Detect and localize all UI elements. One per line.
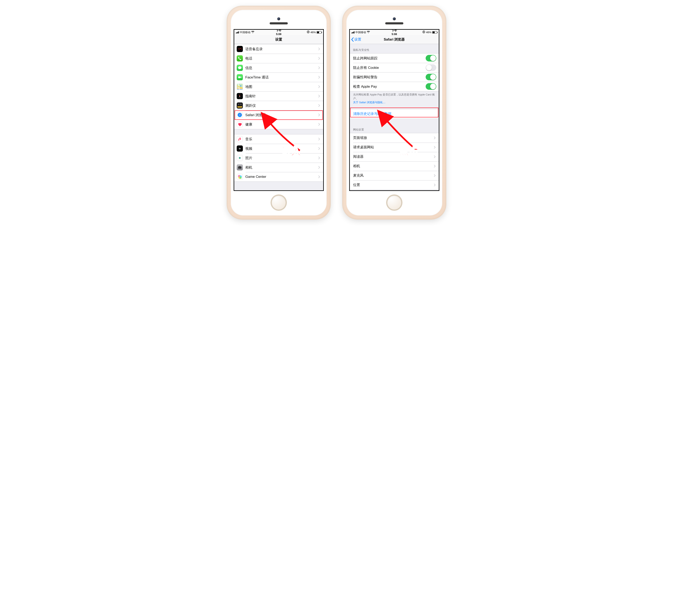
screen-right: 中国移动 下午5:08 46% 设置 [349,29,439,191]
toggle-fraud-warning[interactable] [426,74,436,80]
messages-icon [237,65,243,71]
settings-row-safari[interactable]: Safari 浏览器 [234,110,323,120]
wifi-icon [367,31,370,34]
chevron-right-icon [318,57,321,60]
row-label: 测距仪 [245,103,316,108]
apple-tv-icon: tv [237,145,243,151]
row-label: 地图 [245,84,316,89]
settings-row-game-center[interactable]: Game Center [234,172,323,182]
row-location-perm[interactable]: 位置 [350,180,439,190]
row-label: 页面缩放 [353,135,431,140]
row-label: 阻止所有 Cookie [353,65,423,70]
health-icon [237,121,243,127]
settings-group-apps: 语音备忘录 电话 [234,44,323,129]
front-camera [277,17,280,20]
row-label: 阅读器 [353,154,431,159]
wifi-icon [251,31,254,34]
row-label: 相机 [353,164,431,169]
row-label: 指南针 [245,94,316,98]
top-hardware [234,14,324,28]
phone-inner: 中国移动 下午5:08 46% 设置 [346,10,442,216]
screen-left: 中国移动 下午5:09 46% 设置 [234,29,324,191]
facetime-icon [237,74,243,80]
home-button[interactable] [386,195,402,211]
orientation-lock-icon [307,30,310,34]
row-label: 相机 [245,165,316,170]
chevron-right-icon [318,85,321,88]
front-camera [393,17,396,20]
row-microphone-perm[interactable]: 麦克风 [350,171,439,180]
nav-title: Safari 浏览器 [384,37,405,42]
clock-label: 下午5:09 [276,29,281,36]
row-page-zoom[interactable]: 页面缩放 [350,133,439,142]
chevron-right-icon [318,104,321,107]
signal-bars-icon [236,31,239,33]
chevron-right-icon [434,146,436,149]
svg-point-31 [240,177,242,179]
row-camera-perm[interactable]: 相机 [350,162,439,171]
footer-text: 允许网站检查 Apple Pay 是否已设置，以及您是否拥有 Apple Car… [353,93,435,100]
toggle-block-cross-site[interactable] [426,55,436,61]
battery-icon [432,31,437,34]
svg-rect-27 [239,166,240,167]
row-label: 音乐 [245,137,316,141]
settings-row-measure[interactable]: 测距仪 [234,101,323,110]
toggle-check-apple-pay[interactable] [426,83,436,90]
settings-row-photos[interactable]: 照片 [234,153,323,163]
settings-row-tv[interactable]: tv 视频 [234,144,323,153]
top-speaker [270,22,288,24]
settings-row-messages[interactable]: 信息 [234,63,323,72]
chevron-right-icon [434,174,436,177]
privacy-link[interactable]: 关于 Safari 浏览器与隐私… [353,101,386,104]
nav-title: 设置 [275,37,282,42]
row-reader[interactable]: 阅读器 [350,152,439,162]
photos-icon [237,155,243,161]
row-label: 位置 [353,183,431,187]
group-header-privacy: 隐私与安全性 [350,44,439,53]
settings-row-camera[interactable]: 相机 [234,163,323,172]
group-site-settings: 网站设置 页面缩放 请求桌面网站 阅读器 [350,124,439,190]
chevron-right-icon [434,136,436,139]
home-button[interactable] [271,195,287,211]
row-label: 照片 [245,156,316,161]
row-label: FaceTime 通话 [245,75,316,80]
settings-row-health[interactable]: 健康 [234,120,323,129]
row-block-cross-site[interactable]: 阻止跨网站跟踪 [350,53,439,63]
phone-frame-left: 中国移动 下午5:09 46% 设置 [227,6,330,219]
clock-label: 下午5:08 [392,29,397,36]
settings-row-phone[interactable]: 电话 [234,54,323,63]
row-fraud-warning[interactable]: 欺骗性网站警告 [350,72,439,82]
toggle-block-all-cookies[interactable] [426,64,436,71]
phone-inner: 中国移动 下午5:09 46% 设置 [231,10,327,216]
row-label: 阻止跨网站跟踪 [353,56,423,61]
settings-row-maps[interactable]: 地图 [234,82,323,91]
settings-group-media: 音乐 tv 视频 [234,134,323,182]
row-label: 麦克风 [353,173,431,178]
row-check-apple-pay[interactable]: 检查 Apple Pay [350,82,439,91]
chevron-right-icon [318,76,321,79]
settings-row-facetime[interactable]: FaceTime 通话 [234,72,323,82]
row-request-desktop[interactable]: 请求桌面网站 [350,142,439,152]
chevron-right-icon [318,147,321,150]
settings-row-music[interactable]: 音乐 [234,134,323,144]
svg-rect-1 [238,76,240,78]
chevron-right-icon [434,184,436,187]
row-label: Game Center [245,175,316,179]
clear-history-label: 清除历史记录与网站数据 [353,111,436,116]
row-label: 电话 [245,56,316,61]
phone-frame-right: 中国移动 下午5:08 46% 设置 [343,6,446,219]
top-hardware [349,14,439,28]
status-bar: 中国移动 下午5:08 46% [350,30,439,35]
back-button[interactable]: 设置 [351,35,361,44]
chevron-right-icon [318,113,321,116]
row-block-all-cookies[interactable]: 阻止所有 Cookie [350,63,439,72]
chevron-right-icon [318,175,321,178]
carrier-label: 中国移动 [355,30,366,34]
row-label: 语音备忘录 [245,47,316,51]
settings-row-compass[interactable]: 指南针 [234,91,323,101]
settings-row-voice-memos[interactable]: 语音备忘录 [234,44,323,54]
battery-percent: 46% [310,31,316,34]
row-label: Safari 浏览器 [245,113,316,117]
navigation-bar: 设置 [234,35,323,44]
row-clear-history[interactable]: 清除历史记录与网站数据 [350,109,439,118]
